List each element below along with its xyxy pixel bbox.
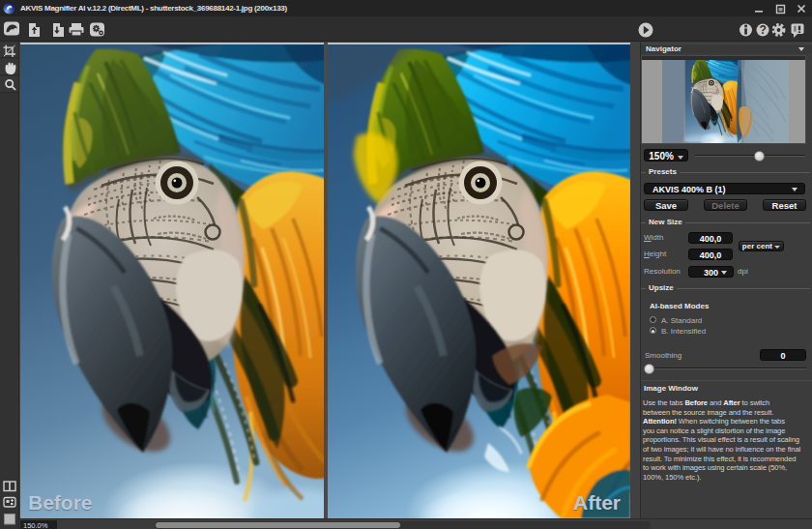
svg-text:?: ? [760, 23, 767, 37]
